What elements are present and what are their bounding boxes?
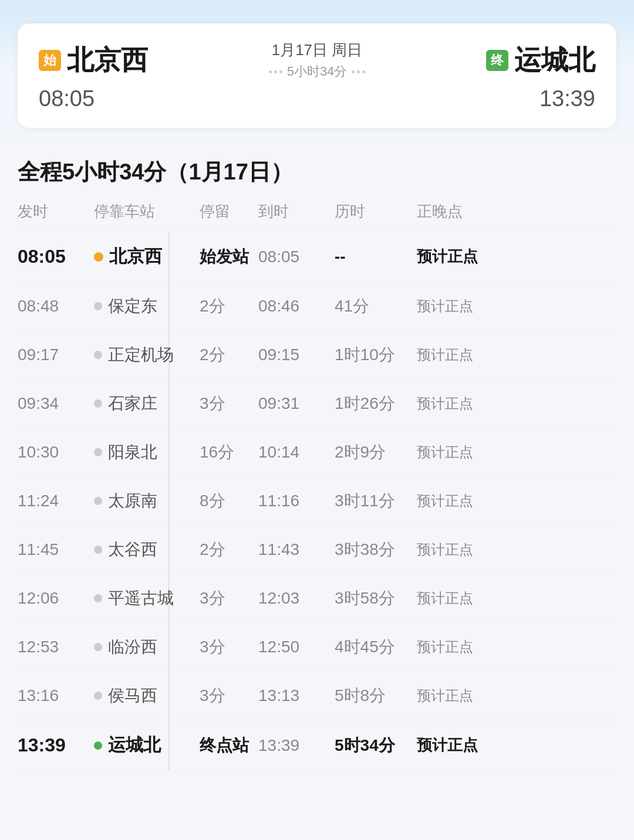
row-station: 运城北 [94,733,200,757]
table-row: 08:05 北京西 始发站 08:05 -- 预计正点 [18,232,616,282]
row-arrive: 09:15 [258,346,335,364]
col-header-station: 停靠车站 [94,201,200,222]
row-station: 太谷西 [94,538,200,561]
row-elapsed: 5时34分 [335,734,417,757]
row-arrive: 13:13 [258,686,335,705]
row-stay: 终点站 [200,734,258,757]
row-elapsed: 1时10分 [335,344,417,366]
station-dot [94,594,102,602]
origin-block: 始 北京西 [39,42,148,79]
row-station: 侯马西 [94,685,200,707]
row-station: 正定机场 [94,344,200,366]
row-station: 临汾西 [94,636,200,658]
row-status: 预计正点 [417,246,505,267]
header-bottom: 08:05 13:39 [39,86,595,111]
main-content: 全程5小时34分（1月17日） 发时 停靠车站 停留 到时 历时 正晚点 08:… [0,140,634,840]
row-stay: 8分 [200,490,258,512]
row-stay: 16分 [200,441,258,463]
dot-line-left [269,70,282,73]
col-header-stay: 停留 [200,201,258,222]
row-arrive: 12:03 [258,589,335,608]
dot-line-right [352,70,365,73]
dot4 [352,70,355,73]
row-elapsed: -- [335,248,417,266]
row-depart: 09:17 [18,346,94,364]
dot1 [269,70,272,73]
origin-badge: 始 [39,50,61,71]
dot2 [274,70,277,73]
row-stay: 3分 [200,636,258,658]
date-text: 1月17日 周日 [269,40,366,60]
row-depart: 08:48 [18,297,94,316]
row-arrive: 09:31 [258,394,335,413]
table-row: 12:53 临汾西 3分 12:50 4时45分 预计正点 [18,623,616,672]
row-depart: 12:53 [18,638,94,656]
duration-text: 5小时34分 [287,63,348,80]
row-depart: 08:05 [18,246,94,267]
station-dot [94,252,103,262]
row-depart: 13:39 [18,734,94,756]
row-arrive: 10:14 [258,443,335,462]
row-depart: 13:16 [18,686,94,705]
row-depart: 10:30 [18,443,94,462]
origin-name: 北京西 [67,42,148,79]
row-elapsed: 2时9分 [335,441,417,463]
dot6 [362,70,365,73]
dot3 [279,70,282,73]
dot5 [357,70,360,73]
row-depart: 12:06 [18,589,94,608]
row-stay: 2分 [200,538,258,561]
table-row: 12:06 平遥古城 3分 12:03 3时58分 预计正点 [18,574,616,623]
row-status: 预计正点 [417,346,505,364]
table-row: 08:48 保定东 2分 08:46 41分 预计正点 [18,282,616,331]
row-stay: 2分 [200,344,258,366]
dest-time: 13:39 [539,86,595,111]
row-stay: 始发站 [200,246,258,268]
row-station: 北京西 [94,245,200,269]
dest-name: 运城北 [514,42,595,79]
station-dot [94,546,102,554]
station-dot [94,497,102,505]
row-station: 太原南 [94,490,200,512]
table-row: 09:34 石家庄 3分 09:31 1时26分 预计正点 [18,380,616,428]
row-stay: 2分 [200,295,258,317]
row-status: 预计正点 [417,735,505,756]
row-station: 平遥古城 [94,587,200,609]
row-elapsed: 4时45分 [335,636,417,658]
station-rows-container: 08:05 北京西 始发站 08:05 -- 预计正点 08:48 保定东 2分… [18,232,616,771]
table-row: 11:24 太原南 8分 11:16 3时11分 预计正点 [18,477,616,526]
station-dot [94,643,102,651]
table-row: 10:30 阳泉北 16分 10:14 2时9分 预计正点 [18,428,616,477]
dest-block: 终 运城北 [486,42,595,79]
table-row: 11:45 太谷西 2分 11:43 3时38分 预计正点 [18,526,616,574]
table-row: 09:17 正定机场 2分 09:15 1时10分 预计正点 [18,331,616,380]
row-arrive: 08:05 [258,248,335,266]
row-station: 石家庄 [94,392,200,415]
station-dot [94,351,102,359]
row-stay: 3分 [200,587,258,609]
station-dot [94,448,102,456]
row-station: 保定东 [94,295,200,317]
header-top: 始 北京西 1月17日 周日 5小时34分 终 运城北 [39,40,595,80]
table-row: 13:39 运城北 终点站 13:39 5时34分 预计正点 [18,720,616,771]
row-elapsed: 3时11分 [335,490,417,512]
row-elapsed: 1时26分 [335,392,417,415]
row-status: 预计正点 [417,394,505,413]
row-status: 预计正点 [417,297,505,316]
col-header-elapsed: 历时 [335,201,417,222]
date-block: 1月17日 周日 5小时34分 [269,40,366,80]
station-dot [94,399,102,408]
row-depart: 11:24 [18,492,94,510]
row-status: 预计正点 [417,638,505,656]
col-header-status: 正晚点 [417,201,505,222]
header-card: 始 北京西 1月17日 周日 5小时34分 终 运城北 [18,23,616,128]
row-arrive: 11:43 [258,540,335,559]
row-depart: 11:45 [18,540,94,559]
dest-badge: 终 [486,50,508,71]
col-header-depart: 发时 [18,201,94,222]
station-dot [94,302,102,310]
row-elapsed: 3时58分 [335,587,417,609]
row-station: 阳泉北 [94,441,200,463]
row-elapsed: 5时8分 [335,685,417,707]
station-dot [94,692,102,700]
